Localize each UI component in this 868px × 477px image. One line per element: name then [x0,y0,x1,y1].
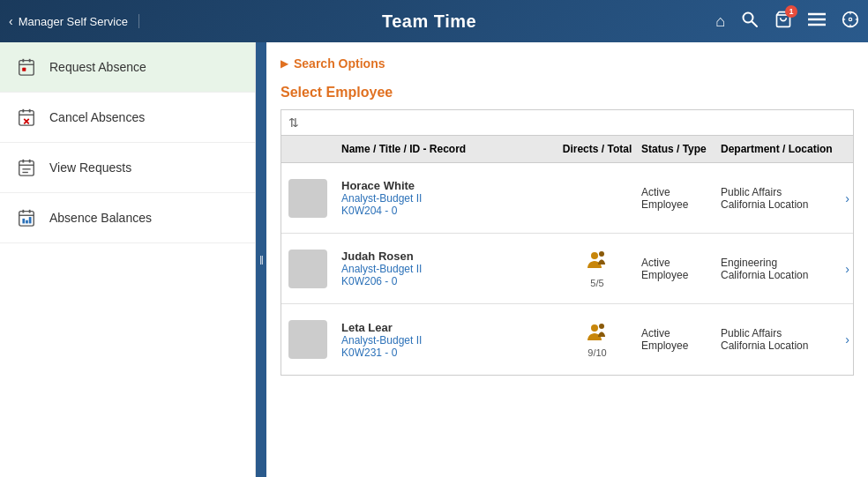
svg-point-7 [849,18,851,20]
row-chevron-icon: › [845,262,849,276]
avatar [281,250,334,288]
sidebar-item-cancel-absences[interactable]: Cancel Absences [0,93,255,143]
department: Engineering [721,257,845,269]
avatar-image [288,320,327,359]
svg-rect-16 [22,68,26,71]
department: Public Affairs [721,186,845,198]
svg-rect-23 [19,161,34,176]
employee-info: Leta Lear Analyst-Budget II K0W231 - 0 [334,321,553,359]
directs-count: 5/5 [590,278,603,288]
location: California Location [721,198,845,211]
home-icon[interactable]: ⌂ [715,12,725,31]
app-layout: Request Absence Cancel Absences [0,42,868,477]
back-nav[interactable]: ‹ Manager Self Service [9,14,139,28]
svg-point-36 [591,252,598,259]
directs-person-icon [586,322,609,346]
sidebar-item-view-requests[interactable]: View Requests [0,143,255,193]
sort-icon[interactable]: ⇅ [288,116,299,130]
svg-rect-35 [29,217,32,223]
status-type: Employee [641,269,688,281]
absence-balances-icon [14,205,39,230]
status-cell: Active Employee [641,327,721,352]
department: Public Affairs [721,327,845,339]
menu-icon[interactable] [808,12,826,31]
employee-id: K0W206 - 0 [341,275,546,287]
svg-rect-29 [19,212,34,226]
dept-text: Public Affairs California Location [721,186,845,211]
search-options-triangle-icon: ▶ [281,57,288,70]
back-label: Manager Self Service [19,15,128,28]
header: ‹ Manager Self Service Team Time ⌂ 1 [0,0,868,42]
dept-cell[interactable]: Public Affairs California Location › [721,327,853,352]
main-content: ▶ Search Options Select Employee ⇅ Name … [266,42,868,477]
svg-point-38 [591,324,598,332]
cart-icon[interactable]: 1 [774,11,792,33]
row-chevron-icon: › [845,191,849,205]
col-header-name: Name / Title / ID - Record [334,143,553,155]
status-cell: Active Employee [641,186,721,211]
dept-text: Engineering California Location [721,257,845,281]
avatar [281,320,334,359]
svg-rect-33 [22,219,25,224]
collapse-icon: ‖ [259,255,264,265]
employee-name: Horace White [341,179,546,192]
location: California Location [721,339,845,352]
employee-name: Judah Rosen [341,250,546,263]
sidebar-item-request-absence[interactable]: Request Absence [0,42,255,93]
search-options-header[interactable]: ▶ Search Options [281,56,854,71]
sidebar-label-request-absence: Request Absence [49,60,146,74]
table-header: Name / Title / ID - Record Directs / Tot… [281,136,853,163]
table-toolbar: ⇅ [281,110,853,136]
table-row[interactable]: Leta Lear Analyst-Budget II K0W231 - 0 [281,304,853,375]
employee-title: Analyst-Budget II [341,192,546,205]
employee-id: K0W231 - 0 [341,347,546,359]
employee-title: Analyst-Budget II [341,263,546,275]
header-icons: ⌂ 1 [715,11,859,33]
col-header-dept: Department / Location [721,143,853,155]
table-body: Horace White Analyst-Budget II K0W204 - … [281,163,853,375]
employee-name: Leta Lear [341,321,546,334]
svg-rect-17 [19,111,34,126]
svg-point-37 [599,251,604,257]
sidebar-label-absence-balances: Absence Balances [49,211,152,225]
dept-cell[interactable]: Public Affairs California Location › [721,186,853,211]
status-type: Employee [641,198,688,211]
avatar-image [288,179,327,218]
svg-line-1 [752,21,758,26]
sidebar-label-view-requests: View Requests [49,160,131,175]
col-header-status: Status / Type [641,143,721,155]
directs-person-icon [586,250,609,276]
cart-badge: 1 [785,5,797,18]
compass-icon[interactable] [842,11,859,33]
table-row[interactable]: Judah Rosen Analyst-Budget II K0W206 - 0 [281,234,853,304]
search-icon[interactable] [741,11,759,33]
avatar-image [288,250,327,288]
sidebar-item-absence-balances[interactable]: Absence Balances [0,193,255,243]
directs-cell: 9/10 [553,322,641,358]
sidebar-label-cancel-absences: Cancel Absences [49,110,145,124]
status-active: Active [641,257,670,269]
employee-info: Horace White Analyst-Budget II K0W204 - … [334,179,553,217]
request-absence-icon [14,55,39,79]
dept-text: Public Affairs California Location [721,327,845,352]
svg-rect-34 [26,220,28,224]
row-chevron-icon: › [845,332,849,347]
view-requests-icon [14,155,39,180]
employee-info: Judah Rosen Analyst-Budget II K0W206 - 0 [334,250,553,287]
table-row[interactable]: Horace White Analyst-Budget II K0W204 - … [281,163,853,234]
svg-point-39 [599,324,604,329]
employee-table: ⇅ Name / Title / ID - Record Directs / T… [281,109,854,376]
col-header-avatar [281,143,334,155]
directs-count: 9/10 [587,347,606,358]
back-chevron-icon: ‹ [9,14,13,28]
search-options-label: Search Options [294,56,385,71]
col-header-directs: Directs / Total [553,143,641,155]
cancel-absences-icon [14,105,39,130]
location: California Location [721,269,845,281]
sidebar-collapse-handle[interactable]: ‖ [256,42,266,477]
status-active: Active [641,327,670,339]
dept-cell[interactable]: Engineering California Location › [721,257,853,281]
status-active: Active [641,186,670,198]
select-employee-title: Select Employee [281,85,854,101]
status-cell: Active Employee [641,257,721,281]
